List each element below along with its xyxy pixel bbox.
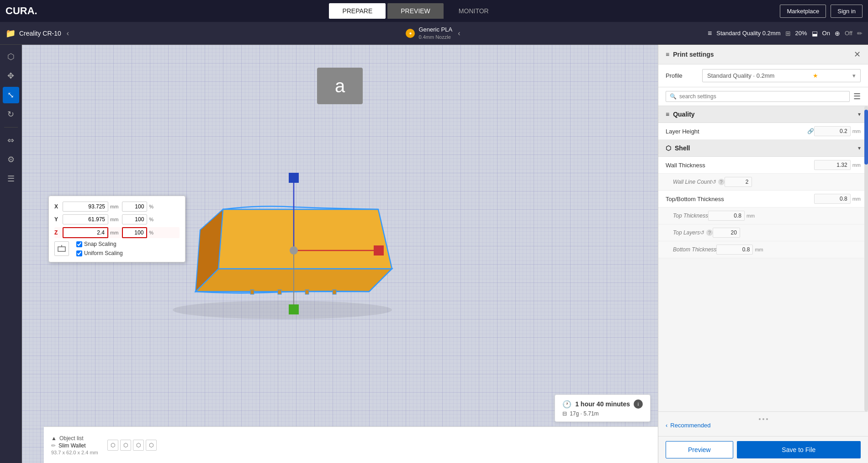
top-layers-input[interactable] [713,228,740,238]
filament-icon: ⊟ [562,410,567,417]
search-row: 🔍 ☰ [658,87,868,106]
tab-prepare[interactable]: PREPARE [329,3,386,19]
tool-permodel[interactable]: ☰ [3,170,19,187]
y-unit: mm [110,217,118,222]
top-layers-help[interactable]: ? [706,229,713,236]
z-value-input[interactable] [63,227,108,238]
quality-chevron: ▾ [858,111,861,117]
tool-mirror[interactable]: ⇔ [3,132,19,149]
profile-select[interactable]: Standard Quality · 0.2mm ★ ▾ [702,69,861,82]
object-list-header[interactable]: ▲ Object list [51,435,98,442]
wall-line-count-input[interactable] [725,177,752,187]
top-layers-label: Top Layers [673,229,700,236]
save-to-file-button[interactable]: Save to File [737,441,861,458]
search-settings-input[interactable] [679,93,846,100]
settings-content: ≡ Quality ▾ Layer Height 🔗 mm ⬡ [658,106,868,411]
layer-height-unit: mm [852,128,861,134]
tool-select[interactable]: ⬡ [3,48,19,65]
marketplace-button[interactable]: Marketplace [780,5,826,18]
recommended-button[interactable]: ‹ Recommended [666,422,861,429]
printer-chevron[interactable]: ‹ [65,27,71,39]
x-pct-input[interactable] [122,202,147,212]
material-section: ● Generic PLA 0.4mm Nozzle ‹ [291,26,577,40]
tool-support[interactable]: ⚙ [3,151,19,168]
svg-rect-6 [305,290,309,294]
tool-move[interactable]: ✥ [3,68,19,84]
info-button[interactable]: i [634,399,643,409]
print-settings-label: Print settings [673,51,714,58]
x-value-input[interactable] [63,202,108,212]
top-layers-row: Top Layers ↺ ? [658,224,868,241]
z-dimension-row: Z mm % [54,227,180,238]
star-icon[interactable]: ★ [813,72,818,79]
bottom-thickness-value-wrap: mm [716,245,763,255]
object-list-section: ▲ Object list ✏ Slim Wallet 93.7 x 62.0 … [51,435,98,455]
scale-widget: X mm % Y mm % Z mm % [48,196,185,262]
tab-preview[interactable]: PREVIEW [387,3,444,19]
snap-scaling-check[interactable] [76,241,82,247]
tab-monitor[interactable]: MONITOR [445,3,502,19]
obj-icon-1[interactable]: ⬡ [107,440,118,451]
layer-height-icons: 🔗 [807,128,814,134]
top-layers-reset[interactable]: ↺ [700,229,704,236]
printer-name: Creality CR-10 [19,30,61,37]
time-text: 1 hour 40 minutes [575,400,630,408]
preview-button[interactable]: Preview [666,441,733,458]
scrollbar-thumb[interactable] [864,110,868,165]
quality-section-header[interactable]: ≡ Quality ▾ [658,106,868,123]
close-panel-button[interactable]: ✕ [854,49,861,59]
folder-icon[interactable]: 📁 [5,28,16,38]
svg-point-0 [173,301,392,319]
signin-button[interactable]: Sign in [831,5,863,18]
obj-icon-3[interactable]: ⬡ [133,440,144,451]
secondbar: 📁 Creality CR-10 ‹ ● Generic PLA 0.4mm N… [0,22,868,45]
wall-line-count-row: Wall Line Count ↺ ? [658,174,868,191]
obj-icon-2[interactable]: ⬡ [120,440,131,451]
support-status[interactable]: On [822,30,830,37]
shell-label: Shell [675,144,690,152]
y-pct-input[interactable] [122,214,147,224]
object-list-label: Object list [59,435,84,442]
reset-icon[interactable]: ↺ [712,179,716,185]
top-thickness-unit: mm [746,213,755,218]
object-dimensions: 93.7 x 62.0 x 2.4 mm [51,450,98,455]
svg-rect-15 [58,247,65,251]
quality-name: Standard Quality 0.2mm [716,30,780,37]
logo-text: CURA. [5,5,37,17]
app-logo: CURA. [5,5,37,17]
uniform-scaling-checkbox[interactable]: Uniform Scaling [76,250,123,256]
layer-height-input[interactable] [814,126,851,136]
snap-scaling-checkbox[interactable]: Snap Scaling [76,241,123,247]
time-estimate: 🕐 1 hour 40 minutes i ⊟ 17g · 5.71m [555,394,651,422]
scrollbar-track[interactable] [864,106,868,411]
obj-icon-4[interactable]: ⬡ [146,440,157,451]
edit-icon[interactable]: ✏ [857,30,863,37]
z-pct-input[interactable] [122,227,147,238]
tool-scale[interactable]: ⤡ [3,87,19,103]
shell-section-header[interactable]: ⬡ Shell ▾ [658,140,868,157]
left-toolbar: ⬡ ✥ ⤡ ↻ ⇔ ⚙ ☰ [0,45,22,463]
svg-marker-2 [218,209,392,269]
shell-chevron: ▾ [858,145,861,151]
help-icon[interactable]: ? [718,179,725,185]
uniform-scaling-check[interactable] [76,250,82,256]
topbottom-thickness-input[interactable] [814,194,851,204]
wall-thickness-value-wrap: mm [814,160,861,170]
settings-menu-icon[interactable]: ☰ [853,91,861,101]
material-chevron[interactable]: ‹ [456,27,462,39]
svg-rect-5 [278,290,281,294]
3d-model[interactable] [168,164,397,328]
wall-thickness-input[interactable] [814,160,851,170]
viewport[interactable]: X mm % Y mm % Z mm % [22,45,658,463]
top-thickness-input[interactable] [708,211,745,221]
material-name: Generic PLA [418,26,452,34]
svg-point-14 [290,246,298,255]
svg-rect-13 [289,304,299,314]
printer-section: 📁 Creality CR-10 ‹ [5,27,291,39]
y-value-input[interactable] [63,214,108,224]
link-icon[interactable]: 🔗 [807,128,814,134]
bottom-thickness-input[interactable] [716,245,753,255]
layer-height-row: Layer Height 🔗 mm [658,123,868,140]
adhesion-status[interactable]: Off [845,30,852,37]
tool-rotate[interactable]: ↻ [3,106,19,122]
